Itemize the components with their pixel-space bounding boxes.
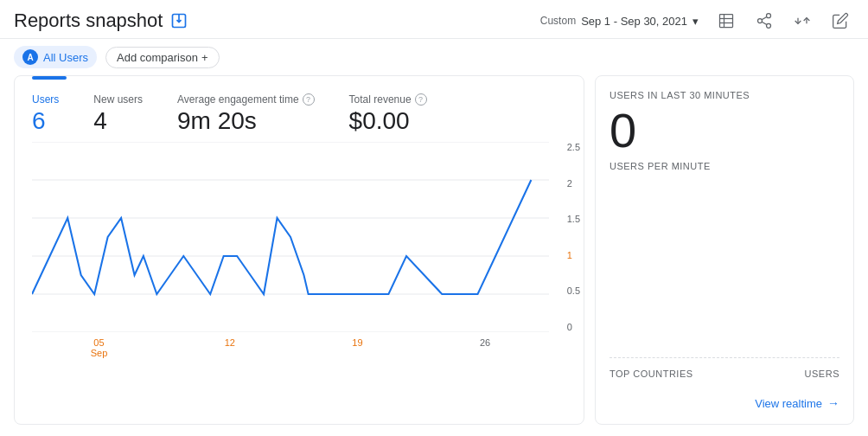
divider	[610, 357, 839, 358]
save-icon[interactable]	[169, 11, 188, 30]
all-users-label: All Users	[43, 51, 88, 64]
metric-total-revenue: Total revenue ? $0.00	[349, 93, 427, 135]
y-label-1: 1	[567, 250, 580, 260]
y-axis-labels: 2.5 2 1.5 1 0.5 0	[567, 142, 580, 332]
x-label-12-day: 12	[225, 337, 235, 348]
metric-new-users: New users 4	[93, 93, 143, 135]
users-in-30-value: 0	[610, 104, 839, 157]
x-label-19: 19	[352, 337, 362, 358]
sub-header: A All Users Add comparison +	[0, 39, 868, 75]
x-label-12: 12	[225, 337, 235, 358]
metric-users: Users 6	[32, 93, 59, 135]
svg-line-10	[762, 16, 767, 19]
chevron-down-icon: ▾	[692, 15, 699, 28]
left-panel: Users 6 New users 4 Average engagement t…	[14, 75, 584, 425]
y-label-1_5: 1.5	[567, 214, 580, 224]
top-countries-header: TOP COUNTRIES USERS	[610, 369, 839, 379]
header-left: Reports snapshot	[14, 10, 188, 32]
date-range-picker[interactable]: Custom Sep 1 - Sep 30, 2021 ▾	[540, 15, 699, 28]
avg-engagement-label: Average engagement time ?	[177, 93, 315, 106]
share-icon[interactable]	[750, 7, 778, 35]
avatar: A	[22, 49, 38, 65]
header: Reports snapshot Custom Sep 1 - Sep 30, …	[0, 0, 868, 39]
new-users-value: 4	[93, 107, 143, 135]
table-view-icon[interactable]	[712, 7, 740, 35]
all-users-chip[interactable]: A All Users	[14, 46, 97, 68]
metric-avg-engagement: Average engagement time ? 9m 20s	[177, 93, 315, 135]
svg-point-8	[767, 23, 771, 28]
view-realtime-link[interactable]: View realtime →	[610, 386, 839, 410]
edit-icon[interactable]	[827, 7, 854, 35]
new-users-label: New users	[93, 93, 143, 106]
line-chart	[32, 142, 549, 332]
x-label-05: 05 Sep	[91, 337, 108, 358]
x-axis-labels: 05 Sep 12 19 26	[32, 337, 549, 358]
top-countries-label: TOP COUNTRIES	[610, 369, 693, 379]
header-right: Custom Sep 1 - Sep 30, 2021 ▾	[540, 7, 854, 35]
users-in-30-label: USERS IN LAST 30 MINUTES	[610, 90, 839, 100]
avg-engagement-info-icon[interactable]: ?	[303, 93, 315, 106]
y-label-2_5: 2.5	[567, 142, 580, 152]
x-label-05-month: Sep	[91, 348, 108, 358]
svg-line-9	[762, 22, 767, 24]
chart-line	[32, 180, 531, 294]
total-revenue-info-icon[interactable]: ?	[415, 93, 427, 106]
compare-icon[interactable]	[788, 7, 816, 35]
users-value: 6	[32, 107, 59, 135]
y-label-2: 2	[567, 178, 580, 189]
realtime-section: USERS IN LAST 30 MINUTES 0 USERS PER MIN…	[610, 90, 839, 347]
users-per-minute-label: USERS PER MINUTE	[610, 161, 839, 171]
header-toolbar	[712, 7, 854, 35]
main-content: Users 6 New users 4 Average engagement t…	[0, 75, 868, 425]
x-label-26: 26	[480, 337, 490, 358]
date-range-custom-label: Custom	[540, 15, 576, 27]
add-comparison-label: Add comparison	[117, 51, 198, 64]
right-panel: USERS IN LAST 30 MINUTES 0 USERS PER MIN…	[595, 75, 854, 425]
y-label-0_5: 0.5	[567, 285, 580, 296]
chart-area: 2.5 2 1.5 1 0.5 0 05 Sep 12 19	[15, 142, 584, 358]
svg-point-6	[767, 14, 771, 18]
svg-rect-2	[720, 15, 733, 28]
total-revenue-value: $0.00	[349, 107, 427, 135]
page-title: Reports snapshot	[14, 10, 163, 32]
x-label-05-day: 05	[93, 337, 104, 348]
arrow-icon: →	[827, 396, 839, 410]
total-revenue-label: Total revenue ?	[349, 93, 427, 106]
avg-engagement-value: 9m 20s	[177, 107, 315, 135]
x-label-26-day: 26	[480, 337, 490, 348]
view-realtime-label: View realtime	[755, 397, 822, 410]
y-label-0: 0	[567, 322, 580, 332]
svg-point-7	[758, 19, 763, 23]
users-col-label: USERS	[805, 369, 839, 379]
metrics-row: Users 6 New users 4 Average engagement t…	[15, 80, 584, 142]
x-label-19-day: 19	[352, 337, 362, 348]
users-label: Users	[32, 93, 59, 106]
date-range-text: Sep 1 - Sep 30, 2021	[581, 15, 687, 28]
add-comparison-button[interactable]: Add comparison +	[105, 47, 220, 68]
add-icon: +	[201, 51, 208, 64]
